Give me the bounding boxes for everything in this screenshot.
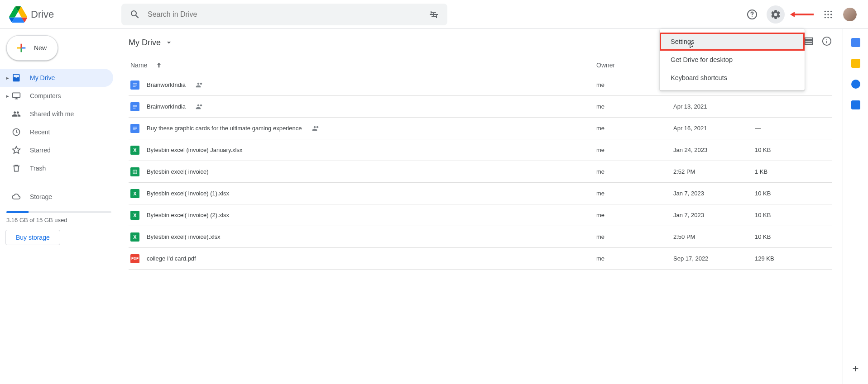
drive-logo-icon xyxy=(9,5,27,24)
recent-icon xyxy=(12,128,21,137)
svg-point-7 xyxy=(830,14,832,15)
add-panel-icon[interactable]: + xyxy=(852,362,858,375)
plus-icon xyxy=(15,42,28,54)
file-owner: me xyxy=(596,255,673,262)
file-modified: Jan 7, 2023 xyxy=(673,190,755,197)
file-owner: me xyxy=(596,168,673,175)
file-row[interactable]: XBytesbin excel( invoice) (1).xlsxmeJan … xyxy=(129,183,832,204)
svg-point-9 xyxy=(827,17,829,18)
sidebar-item-computers[interactable]: Computers xyxy=(0,87,113,105)
app-header: Drive xyxy=(0,0,868,29)
file-modified: Jan 7, 2023 xyxy=(673,212,755,218)
sidebar-item-label: Shared with me xyxy=(30,110,74,118)
col-name-label[interactable]: Name xyxy=(130,62,147,69)
file-owner: me xyxy=(596,190,673,197)
file-owner: me xyxy=(596,125,673,132)
buy-storage-button[interactable]: Buy storage xyxy=(5,230,60,245)
file-row[interactable]: XBytesbin excel (invoice) January.xlsxme… xyxy=(129,139,832,161)
file-modified: Apr 16, 2021 xyxy=(673,125,755,132)
shared-icon xyxy=(312,124,320,133)
logo-area[interactable]: Drive xyxy=(4,5,121,24)
file-row[interactable]: PDFcollege I'd card.pdfmeSep 17, 2022129… xyxy=(129,248,832,270)
file-name: Bytesbin excel( invoice) xyxy=(147,168,209,175)
file-name: BrainworkIndia xyxy=(147,103,186,110)
breadcrumb-current: My Drive xyxy=(129,38,161,47)
svg-rect-13 xyxy=(805,38,813,40)
svg-point-10 xyxy=(830,17,832,18)
tasks-icon[interactable] xyxy=(851,80,860,89)
storage-label: Storage xyxy=(30,193,52,200)
storage-usage-text: 3.16 GB of 15 GB used xyxy=(6,217,112,223)
svg-rect-14 xyxy=(805,40,813,42)
sidebar-item-label: My Drive xyxy=(30,74,55,81)
new-button-label: New xyxy=(34,44,47,52)
sidebar: New My DriveComputersShared with meRecen… xyxy=(0,29,118,384)
file-size: 129 KB xyxy=(755,255,832,262)
drive-icon xyxy=(12,73,21,82)
file-size: — xyxy=(755,125,832,132)
file-name: Bytesbin excel( invoice) (1).xlsx xyxy=(147,190,229,197)
file-owner: me xyxy=(596,147,673,153)
info-icon[interactable] xyxy=(822,36,832,46)
settings-icon[interactable] xyxy=(767,5,785,24)
sidebar-item-my-drive[interactable]: My Drive xyxy=(0,69,113,87)
search-input[interactable] xyxy=(144,10,425,19)
file-size: 10 KB xyxy=(755,147,832,153)
shared-icon xyxy=(12,109,21,119)
sort-arrow-up-icon[interactable] xyxy=(155,62,163,69)
search-bar[interactable] xyxy=(121,4,447,25)
svg-point-6 xyxy=(827,14,829,15)
shared-icon xyxy=(196,103,204,111)
menu-item-get-drive-for-desktop[interactable]: Get Drive for desktop xyxy=(660,51,805,69)
trash-icon xyxy=(12,164,21,173)
file-modified: Jan 24, 2023 xyxy=(673,147,755,153)
search-options-icon[interactable] xyxy=(425,5,443,24)
sidebar-item-trash[interactable]: Trash xyxy=(0,159,113,177)
main-content: My Drive Name xyxy=(118,29,868,384)
storage-bar xyxy=(6,211,111,213)
account-avatar[interactable] xyxy=(843,7,857,22)
help-icon[interactable] xyxy=(743,5,761,24)
file-size: 1 KB xyxy=(755,168,832,175)
calendar-icon[interactable] xyxy=(851,38,860,47)
apps-icon[interactable] xyxy=(819,5,837,24)
svg-point-4 xyxy=(830,10,832,12)
file-size: 10 KB xyxy=(755,233,832,240)
chevron-down-icon xyxy=(164,38,173,47)
svg-rect-15 xyxy=(805,43,813,45)
sidebar-item-label: Starred xyxy=(30,147,51,154)
file-row[interactable]: Bytesbin excel( invoice)me2:52 PM1 KB xyxy=(129,161,832,183)
sidebar-item-recent[interactable]: Recent xyxy=(0,123,113,141)
file-owner: me xyxy=(596,103,673,110)
cursor-icon xyxy=(689,41,696,50)
menu-item-keyboard-shortcuts[interactable]: Keyboard shortcuts xyxy=(660,69,805,87)
keep-icon[interactable] xyxy=(851,59,860,68)
file-row[interactable]: Buy these graphic cards for the ultimate… xyxy=(129,118,832,139)
shared-icon xyxy=(196,81,204,89)
file-row[interactable]: XBytesbin excel( invoice) (2).xlsxmeJan … xyxy=(129,204,832,226)
svg-point-18 xyxy=(826,39,827,40)
file-owner: me xyxy=(596,212,673,218)
cloud-icon xyxy=(12,192,21,201)
sidebar-item-storage[interactable]: Storage xyxy=(0,188,113,206)
list-view-icon[interactable] xyxy=(804,36,814,46)
svg-rect-11 xyxy=(13,93,20,97)
side-panel: + xyxy=(843,29,868,384)
file-size: 10 KB xyxy=(755,190,832,197)
search-icon[interactable] xyxy=(126,5,144,24)
file-name: Buy these graphic cards for the ultimate… xyxy=(147,125,302,132)
file-row[interactable]: XBytesbin excel( invoice).xlsxme2:50 PM1… xyxy=(129,226,832,248)
file-row[interactable]: BrainworkIndiameApr 13, 2021— xyxy=(129,96,832,118)
view-toolbar xyxy=(804,36,832,46)
file-name: Bytesbin excel (invoice) January.xlsx xyxy=(147,147,242,153)
sidebar-item-starred[interactable]: Starred xyxy=(0,141,113,159)
computers-icon xyxy=(12,91,21,100)
file-size: — xyxy=(755,103,832,110)
new-button[interactable]: New xyxy=(6,35,58,61)
menu-item-settings[interactable]: Settings xyxy=(660,33,805,51)
contacts-icon[interactable] xyxy=(851,100,860,109)
sidebar-item-shared-with-me[interactable]: Shared with me xyxy=(0,105,113,123)
svg-point-3 xyxy=(827,10,829,12)
header-actions xyxy=(743,5,864,24)
file-name: Bytesbin excel( invoice).xlsx xyxy=(147,233,221,240)
